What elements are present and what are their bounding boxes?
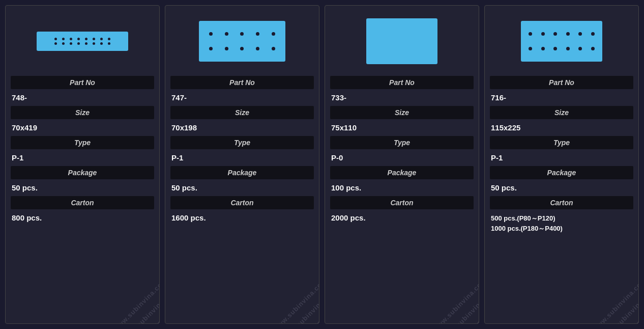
card-1-package-value: 50 pcs.: [11, 181, 154, 196]
card-3: www.subinvina.comwww.subinvina.comwww.su…: [325, 5, 479, 324]
card-1-carton-label: Carton: [11, 196, 154, 209]
card-4-package-value: 50 pcs.: [490, 181, 633, 196]
card-4-part_no-label: Part No: [490, 76, 633, 89]
card-2-package-label: Package: [170, 166, 314, 179]
card-3-type-value: P-0: [330, 151, 474, 166]
card-4-carton-value: 500 pcs.(P80～P120)1000 pcs.(P180～P400): [490, 211, 633, 237]
card-2-part_no-label: Part No: [170, 76, 314, 89]
card-4-carton-label: Carton: [490, 196, 633, 209]
product-image: [521, 21, 602, 62]
card-3-carton-label: Carton: [330, 196, 474, 209]
card-4-size-value: 115x225: [490, 121, 633, 136]
card-1-part_no-value: 748-: [11, 91, 154, 106]
card-1-size-label: Size: [11, 106, 154, 119]
card-1-package-label: Package: [11, 166, 154, 179]
card-2-carton-value: 1600 pcs.: [170, 211, 314, 226]
card-4-part_no-value: 716-: [490, 91, 633, 106]
card-2-type-value: P-1: [170, 151, 314, 166]
card-4-type-value: P-1: [490, 151, 633, 166]
card-2-size-label: Size: [170, 106, 314, 119]
card-3-size-label: Size: [330, 106, 474, 119]
card-4-type-label: Type: [490, 136, 633, 149]
card-3-type-label: Type: [330, 136, 474, 149]
card-1-type-label: Type: [11, 136, 154, 149]
card-3-part_no-label: Part No: [330, 76, 474, 89]
card-1-carton-value: 800 pcs.: [11, 211, 154, 226]
card-2-carton-label: Carton: [170, 196, 314, 209]
card-1: www.subinvina.comwww.subinvina.comwww.su…: [5, 5, 160, 324]
card-2-size-value: 70x198: [170, 121, 314, 136]
card-2-part_no-value: 747-: [170, 91, 314, 106]
card-4-size-label: Size: [490, 106, 633, 119]
product-image: [366, 18, 437, 64]
card-2-package-value: 50 pcs.: [170, 181, 314, 196]
card-3-part_no-value: 733-: [330, 91, 474, 106]
card-2-type-label: Type: [170, 136, 314, 149]
card-1-type-value: P-1: [11, 151, 154, 166]
card-1-size-value: 70x419: [11, 121, 154, 136]
card-4-package-label: Package: [490, 166, 633, 179]
card-3-carton-value: 2000 pcs.: [330, 211, 474, 226]
card-2: www.subinvina.comwww.subinvina.comwww.su…: [165, 5, 319, 324]
card-3-size-value: 75x110: [330, 121, 474, 136]
card-3-package-label: Package: [330, 166, 474, 179]
card-4: www.subinvina.comwww.subinvina.comwww.su…: [484, 5, 639, 324]
cards-container: www.subinvina.comwww.subinvina.comwww.su…: [0, 0, 644, 329]
card-1-part_no-label: Part No: [11, 76, 154, 89]
product-image: [37, 32, 128, 51]
card-3-package-value: 100 pcs.: [330, 181, 474, 196]
product-image: [199, 21, 285, 62]
